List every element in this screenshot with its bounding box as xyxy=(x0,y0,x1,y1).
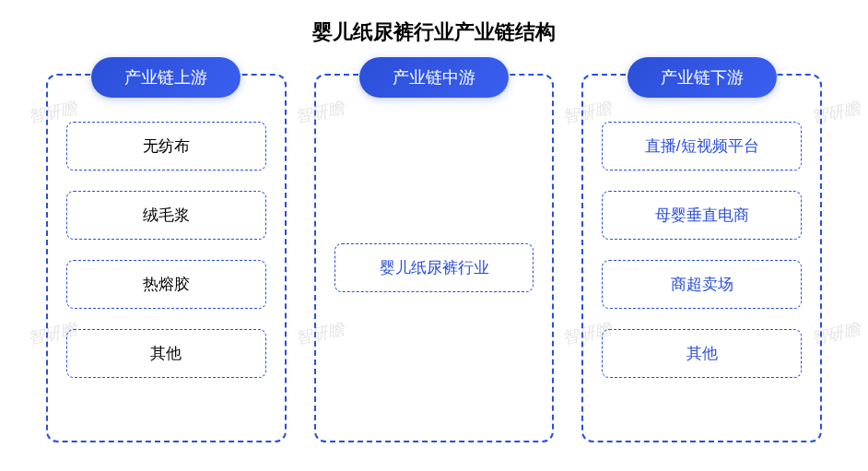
item-box: 其他 xyxy=(66,329,266,378)
items-midstream: 婴儿纸尿裤行业 xyxy=(334,112,534,422)
item-box: 直播/短视频平台 xyxy=(602,122,802,171)
item-box: 无纺布 xyxy=(66,122,266,171)
column-midstream: 产业链中游 婴儿纸尿裤行业 xyxy=(314,74,555,442)
item-box: 商超卖场 xyxy=(602,260,802,309)
item-box: 其他 xyxy=(602,329,802,378)
item-box: 热熔胶 xyxy=(66,260,266,309)
column-downstream: 产业链下游 直播/短视频平台 母婴垂直电商 商超卖场 其他 xyxy=(581,74,822,442)
items-upstream: 无纺布 绒毛浆 热熔胶 其他 xyxy=(66,122,266,378)
column-header-downstream: 产业链下游 xyxy=(628,57,777,98)
item-box: 绒毛浆 xyxy=(66,191,266,240)
columns-container: 产业链上游 无纺布 绒毛浆 热熔胶 其他 产业链中游 婴儿纸尿裤行业 产业链下游… xyxy=(46,74,822,442)
column-header-midstream: 产业链中游 xyxy=(359,57,509,98)
item-box: 婴儿纸尿裤行业 xyxy=(334,243,534,292)
column-upstream: 产业链上游 无纺布 绒毛浆 热熔胶 其他 xyxy=(46,74,287,442)
item-box: 母婴垂直电商 xyxy=(602,191,802,240)
diagram-title: 婴儿纸尿裤行业产业链结构 xyxy=(46,18,822,46)
column-header-upstream: 产业链上游 xyxy=(91,57,240,98)
items-downstream: 直播/短视频平台 母婴垂直电商 商超卖场 其他 xyxy=(602,122,802,378)
